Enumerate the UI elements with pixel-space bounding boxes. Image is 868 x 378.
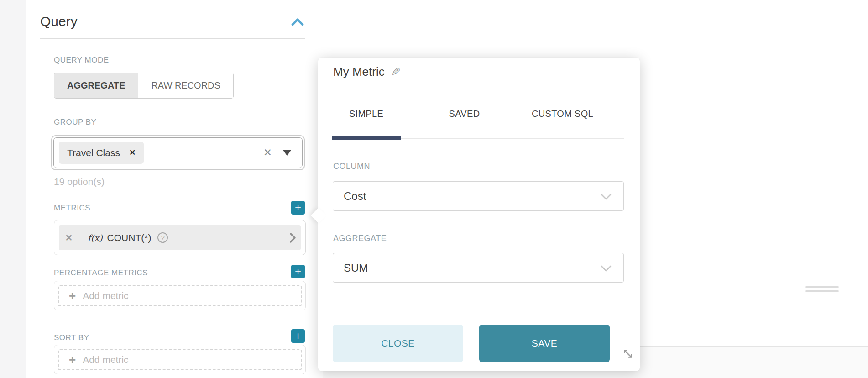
sort-by-add-metric[interactable]: + Add metric [54,345,306,374]
group-by-label: GROUP BY [54,118,96,127]
add-metric-dashed-area: + Add metric [58,285,302,306]
percentage-metrics-label: PERCENTAGE METRICS [54,268,148,278]
aggregate-label: AGGREGATE [333,234,387,243]
popover-arrow [311,208,326,223]
help-icon: ? [157,232,168,243]
percentage-metrics-add-metric[interactable]: + Add metric [54,281,306,310]
active-tab-indicator [332,136,401,140]
query-mode-label: QUERY MODE [54,56,109,65]
metric-name: COUNT(*) [107,232,152,243]
chevron-down-icon [601,265,612,274]
column-select[interactable]: Cost [333,181,624,211]
plus-icon: + [295,202,301,213]
group-by-select[interactable]: Travel Class ✕ ✕ [51,135,305,170]
clear-all-icon[interactable]: ✕ [263,147,272,158]
column-select-value: Cost [344,190,366,203]
sort-by-label: SORT BY [54,333,89,342]
edit-title-pencil-icon[interactable]: ✎ [391,65,401,79]
explore-screen: Query QUERY MODE AGGREGATE RAW RECORDS G… [0,0,868,378]
metric-expand-chevron-icon[interactable] [284,233,301,243]
add-metric-button[interactable]: + [291,201,305,215]
add-metric-placeholder: Add metric [83,354,128,365]
popover-header-divider [318,87,640,87]
ghost-plus-icon: + [69,290,76,302]
group-by-tag[interactable]: Travel Class ✕ [59,142,144,164]
plus-icon: + [295,331,301,341]
save-button[interactable]: SAVE [479,325,610,362]
tab-custom-sql[interactable]: CUSTOM SQL [528,109,597,119]
popover-header: My Metric ✎ [333,65,401,79]
tab-saved[interactable]: SAVED [430,109,499,119]
metric-title: My Metric [333,65,385,79]
collapse-chevron-icon[interactable] [291,17,304,29]
add-metric-placeholder: Add metric [83,290,128,301]
dropdown-caret-icon[interactable] [283,150,291,156]
metric-remove-icon[interactable]: ✕ [59,232,79,243]
group-by-options-count: 19 option(s) [54,176,105,187]
function-icon: f(x) [88,233,103,243]
section-divider [40,38,305,39]
metrics-container: ✕ f(x) COUNT(*) ? [54,220,306,255]
query-mode-segmented-control: AGGREGATE RAW RECORDS [54,73,234,99]
metric-pill[interactable]: ✕ f(x) COUNT(*) ? [59,225,301,250]
aggregate-select-value: SUM [344,262,368,274]
ghost-plus-icon: + [69,354,76,366]
metrics-label: METRICS [54,204,90,213]
resize-handle-bar [805,290,839,292]
resize-handle[interactable] [805,286,839,294]
add-metric-dashed-area: + Add metric [58,349,302,370]
aggregate-select[interactable]: SUM [333,253,624,283]
group-by-select-inner: Travel Class ✕ ✕ [53,137,303,168]
query-mode-aggregate-button[interactable]: AGGREGATE [54,73,138,98]
close-button[interactable]: CLOSE [333,325,463,362]
metric-editor-tabs: SIMPLE SAVED CUSTOM SQL [332,109,626,119]
expand-resize-icon[interactable] [622,347,634,362]
section-title-query: Query [40,14,78,29]
tag-remove-icon[interactable]: ✕ [129,148,136,158]
query-mode-raw-records-button[interactable]: RAW RECORDS [138,73,233,98]
plus-icon: + [295,266,301,277]
column-label: COLUMN [333,162,370,171]
metric-editor-popover: My Metric ✎ SIMPLE SAVED CUSTOM SQL COLU… [318,58,640,371]
add-percentage-metric-button[interactable]: + [291,265,305,278]
chevron-down-icon [601,194,612,202]
add-sort-by-button[interactable]: + [291,329,305,343]
group-by-tag-label: Travel Class [67,147,120,158]
left-gutter [0,0,26,378]
resize-handle-bar [805,286,839,288]
tab-simple[interactable]: SIMPLE [332,109,401,119]
pill-divider [79,225,79,250]
